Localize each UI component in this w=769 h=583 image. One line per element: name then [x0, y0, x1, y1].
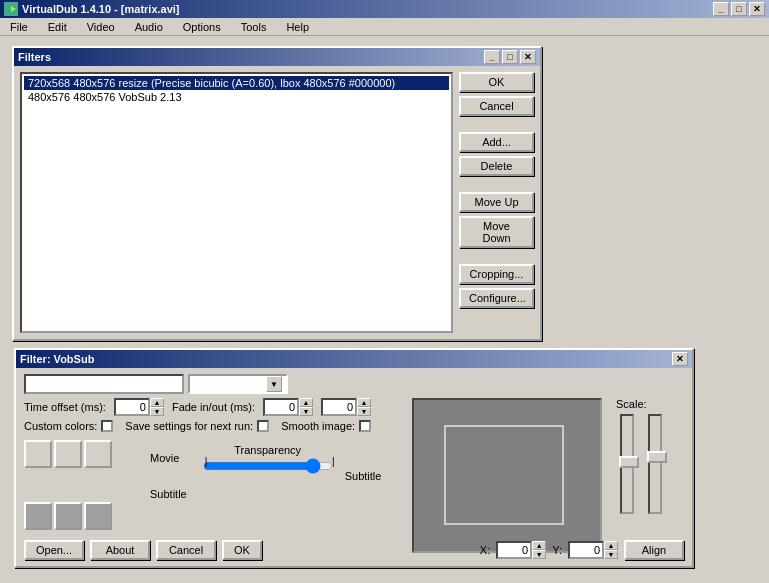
- filter-item-0[interactable]: 720x568 480x576 resize (Precise bicubic …: [24, 76, 449, 90]
- subtitle-label: Subtitle: [150, 488, 187, 500]
- transparency-section: Transparency | |: [203, 444, 333, 476]
- transparency-slider[interactable]: [203, 458, 333, 474]
- subtitle-side-text: Subtitle: [345, 470, 382, 482]
- fade-out-input[interactable]: [321, 398, 357, 416]
- menu-options[interactable]: Options: [177, 19, 227, 35]
- scale-slider-2[interactable]: [648, 414, 662, 514]
- fade-out-down[interactable]: ▼: [357, 407, 371, 416]
- filters-minimize[interactable]: _: [484, 50, 500, 64]
- vobsub-cancel-button[interactable]: Cancel: [156, 540, 216, 560]
- time-offset-down[interactable]: ▼: [150, 407, 164, 416]
- icon-btn-2[interactable]: [54, 440, 82, 468]
- fade-out-spinner-buttons: ▲ ▼: [357, 398, 371, 416]
- preview-inner-box: [444, 425, 564, 525]
- close-button[interactable]: ✕: [749, 2, 765, 16]
- filters-dialog: Filters _ □ ✕ 720x568 480x576 resize (Pr…: [12, 46, 542, 341]
- custom-colors-label: Custom colors:: [24, 420, 113, 432]
- scale-slider-1[interactable]: [620, 414, 634, 514]
- bottom-right-area: X: ▲ ▼ Y: ▲ ▼: [480, 540, 684, 560]
- custom-colors-checkbox[interactable]: [101, 420, 113, 432]
- vobsub-open-button[interactable]: Open...: [24, 540, 84, 560]
- filters-maximize[interactable]: □: [502, 50, 518, 64]
- transparency-slider-container: | |: [203, 458, 333, 476]
- menu-tools[interactable]: Tools: [235, 19, 273, 35]
- menu-video[interactable]: Video: [81, 19, 121, 35]
- filters-content: 720x568 480x576 resize (Precise bicubic …: [14, 66, 540, 339]
- fade-out-up[interactable]: ▲: [357, 398, 371, 407]
- vobsub-row1: ▼: [24, 374, 684, 394]
- fade-in-down[interactable]: ▼: [299, 407, 313, 416]
- align-button[interactable]: Align: [624, 540, 684, 560]
- icon-btn-5[interactable]: [54, 502, 82, 530]
- scale-thumb-2[interactable]: [647, 451, 667, 463]
- smooth-image-checkbox[interactable]: [359, 420, 371, 432]
- y-coord-input[interactable]: [568, 541, 604, 559]
- time-offset-spinner: ▲ ▼: [114, 398, 164, 416]
- filters-movedown-button[interactable]: Move Down: [459, 216, 534, 248]
- filters-cropping-button[interactable]: Cropping...: [459, 264, 534, 284]
- filters-add-button[interactable]: Add...: [459, 132, 534, 152]
- icon-btn-4[interactable]: [24, 502, 52, 530]
- filters-title-controls: _ □ ✕: [484, 50, 536, 64]
- y-up[interactable]: ▲: [604, 541, 618, 550]
- icon-btn-3[interactable]: [84, 440, 112, 468]
- time-offset-up[interactable]: ▲: [150, 398, 164, 407]
- maximize-button[interactable]: □: [731, 2, 747, 16]
- x-coord-spinner-buttons: ▲ ▼: [532, 541, 546, 559]
- minimize-button[interactable]: _: [713, 2, 729, 16]
- time-offset-input[interactable]: [114, 398, 150, 416]
- y-coord-spinner-buttons: ▲ ▼: [604, 541, 618, 559]
- vobsub-content: ▼ Time offset (ms): ▲ ▼ Fade in/out (ms)…: [16, 368, 692, 566]
- filters-delete-button[interactable]: Delete: [459, 156, 534, 176]
- menu-file[interactable]: File: [4, 19, 34, 35]
- menu-audio[interactable]: Audio: [129, 19, 169, 35]
- vobsub-path-input[interactable]: [24, 374, 184, 394]
- fade-in-input[interactable]: [263, 398, 299, 416]
- y-label: Y:: [552, 544, 562, 556]
- app-icon: [4, 2, 18, 16]
- smooth-image-text: Smooth image:: [281, 420, 355, 432]
- save-settings-text: Save settings for next run:: [125, 420, 253, 432]
- fade-out-spinner: ▲ ▼: [321, 398, 371, 416]
- x-up[interactable]: ▲: [532, 541, 546, 550]
- title-bar-left: VirtualDub 1.4.10 - [matrix.avi]: [4, 2, 180, 16]
- vobsub-dialog: Filter: VobSub ✕ ▼ Time offset (ms): ▲: [14, 348, 694, 568]
- filters-moveup-button[interactable]: Move Up: [459, 192, 534, 212]
- filters-list[interactable]: 720x568 480x576 resize (Precise bicubic …: [20, 72, 453, 333]
- save-settings-checkbox[interactable]: [257, 420, 269, 432]
- fade-in-spinner-buttons: ▲ ▼: [299, 398, 313, 416]
- menu-edit[interactable]: Edit: [42, 19, 73, 35]
- svg-marker-1: [11, 6, 16, 12]
- menu-help[interactable]: Help: [280, 19, 315, 35]
- y-down[interactable]: ▼: [604, 550, 618, 559]
- vobsub-ok-button[interactable]: OK: [222, 540, 262, 560]
- movie-subtitle-labels: Movie Subtitle: [150, 444, 187, 508]
- filters-title: Filters: [18, 51, 51, 63]
- menu-bar: File Edit Video Audio Options Tools Help: [0, 18, 769, 36]
- filters-ok-button[interactable]: OK: [459, 72, 534, 92]
- icon-grid-top: [24, 440, 142, 498]
- x-down[interactable]: ▼: [532, 550, 546, 559]
- icon-btn-1[interactable]: [24, 440, 52, 468]
- dropdown-arrow-icon[interactable]: ▼: [266, 376, 282, 392]
- filters-configure-button[interactable]: Configure...: [459, 288, 534, 308]
- scale-thumb-1[interactable]: [619, 456, 639, 468]
- preview-area: [412, 398, 602, 553]
- filters-close[interactable]: ✕: [520, 50, 536, 64]
- smooth-image-label: Smooth image:: [281, 420, 371, 432]
- icon-spacer: [114, 440, 142, 468]
- vobsub-language-dropdown[interactable]: ▼: [188, 374, 288, 394]
- custom-colors-text: Custom colors:: [24, 420, 97, 432]
- fade-in-up[interactable]: ▲: [299, 398, 313, 407]
- x-coord-input[interactable]: [496, 541, 532, 559]
- save-settings-label: Save settings for next run:: [125, 420, 269, 432]
- filter-item-1[interactable]: 480x576 480x576 VobSub 2.13: [24, 90, 449, 104]
- scale-sliders: [616, 414, 666, 514]
- icon-btn-6[interactable]: [84, 502, 112, 530]
- svg-rect-0: [6, 6, 11, 12]
- x-label: X:: [480, 544, 490, 556]
- vobsub-close-button[interactable]: ✕: [672, 352, 688, 366]
- scale-area: Scale:: [616, 398, 666, 514]
- filters-cancel-button[interactable]: Cancel: [459, 96, 534, 116]
- vobsub-about-button[interactable]: About: [90, 540, 150, 560]
